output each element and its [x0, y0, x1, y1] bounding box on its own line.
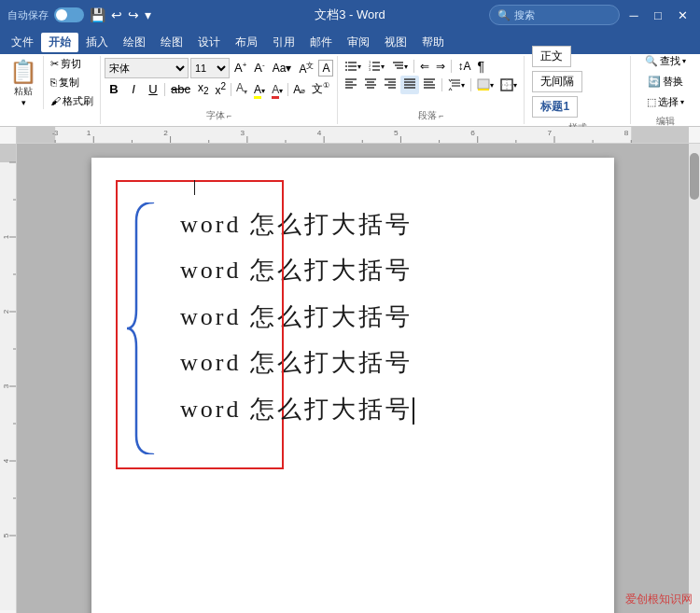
menu-help[interactable]: 帮助 [414, 33, 452, 52]
clipboard-group-inner: 📋 粘贴 ▾ ✂ 剪切 ⎘ 复制 🖌 格式刷 [4, 56, 96, 124]
border-dropdown-icon[interactable]: ▾ [513, 81, 517, 90]
minimize-button[interactable]: ─ [623, 5, 644, 25]
ruler-svg: 1 2 3 4 5 6 7 8 -3 [17, 127, 689, 143]
document-area: 1 2 3 4 5 6 7 8 -3 [0, 127, 700, 613]
highlight-button[interactable]: A▾ [251, 82, 268, 97]
align-right-button[interactable] [381, 76, 399, 94]
cut-label: 剪切 [61, 57, 81, 71]
copy-label: 复制 [59, 76, 79, 90]
line-spacing-dropdown-icon[interactable]: ▾ [461, 81, 465, 90]
menu-file[interactable]: 文件 [4, 33, 41, 52]
sort-button[interactable]: ↕A [455, 59, 473, 74]
menu-insert[interactable]: 插入 [78, 33, 116, 52]
numbering-button[interactable]: 123 ▾ [365, 59, 387, 74]
redo-icon[interactable]: ↪ [128, 7, 139, 22]
search-box[interactable]: 🔍 搜索 [489, 5, 620, 25]
cut-button[interactable]: ✂ 剪切 [48, 56, 96, 72]
align-justify-button[interactable] [400, 76, 419, 94]
restore-button[interactable]: □ [648, 5, 668, 25]
text-effect-button[interactable]: A▾ [233, 80, 250, 97]
shading-icon [477, 78, 490, 91]
paragraph-group-expand[interactable]: ⌐ [439, 111, 443, 120]
clear-format-button[interactable]: A⌀ [290, 82, 308, 97]
grow-font-button[interactable]: A+ [231, 60, 249, 76]
italic-button[interactable]: I [124, 81, 143, 97]
separator2 [231, 83, 231, 96]
menu-design[interactable]: 设计 [190, 33, 228, 52]
char-spacing-button[interactable]: A文 [296, 60, 316, 77]
indent-increase-button[interactable]: ⇒ [433, 59, 448, 74]
content-line-3: word 怎么打大括号 [180, 294, 577, 340]
menu-layout[interactable]: 布局 [228, 33, 265, 52]
vruler-svg: 1 2 3 4 5 [0, 144, 17, 610]
svg-rect-44 [17, 127, 55, 143]
autosave-toggle[interactable] [54, 7, 84, 22]
menu-mailings[interactable]: 邮件 [302, 33, 340, 52]
menu-home[interactable]: 开始 [41, 33, 78, 52]
font-name-select[interactable]: 宋体 [105, 58, 189, 78]
bullets-button[interactable]: ▾ [342, 59, 364, 74]
menu-references[interactable]: 引用 [265, 33, 302, 52]
char-border-button[interactable]: A [318, 60, 333, 77]
font-color-button[interactable]: A▾ [269, 82, 286, 97]
select-button[interactable]: ⬚选择▾ [640, 93, 691, 111]
align-left-button[interactable] [342, 76, 360, 94]
border-button[interactable]: ▾ [497, 77, 520, 92]
bullets-dropdown-icon[interactable]: ▾ [357, 63, 361, 71]
svg-rect-71 [0, 144, 17, 610]
menu-review[interactable]: 审阅 [340, 33, 377, 52]
font-group-expand[interactable]: ⌐ [227, 111, 231, 120]
underline-button[interactable]: U [144, 81, 162, 97]
style-heading1[interactable]: 标题1 [532, 96, 578, 118]
close-button[interactable]: ✕ [672, 5, 693, 25]
align-center-button[interactable] [361, 76, 380, 94]
menu-draw1[interactable]: 绘图 [116, 33, 153, 52]
superscript-button[interactable]: x2 [213, 80, 230, 98]
replace-button[interactable]: 🔄替换 [641, 73, 690, 91]
bold-button[interactable]: B [105, 81, 123, 97]
align-distributed-button[interactable] [420, 76, 439, 94]
search-icon: 🔍 [497, 9, 511, 21]
svg-text:7: 7 [548, 129, 553, 137]
format-painter-icon: 🖌 [50, 95, 61, 106]
paste-dropdown-icon[interactable]: ▾ [21, 98, 26, 107]
strikethrough-button[interactable]: abc [167, 81, 194, 97]
svg-text:2: 2 [163, 129, 168, 137]
shading-dropdown-icon[interactable]: ▾ [490, 81, 494, 90]
multilevel-icon [391, 60, 404, 73]
shading-button[interactable]: ▾ [474, 77, 497, 92]
phonetic-button[interactable]: 文① [309, 80, 332, 98]
undo-icon[interactable]: ↩ [111, 7, 122, 22]
para-row2: ▾ ▾ ▾ [342, 76, 520, 94]
font-size-select[interactable]: 11 [190, 58, 230, 78]
shrink-font-button[interactable]: A- [251, 60, 267, 76]
format-painter-button[interactable]: 🖌 格式刷 [48, 93, 96, 109]
indent-decrease-button[interactable]: ⇐ [417, 59, 432, 74]
show-hide-button[interactable]: ¶ [474, 58, 487, 75]
multilevel-dropdown-icon[interactable]: ▾ [404, 63, 408, 71]
change-case-button[interactable]: Aa▾ [270, 61, 295, 76]
line-spacing-button[interactable]: ▾ [445, 77, 468, 92]
numbering-dropdown-icon[interactable]: ▾ [381, 63, 385, 71]
menu-draw2[interactable]: 绘图 [153, 33, 190, 52]
content-line-4: word 怎么打大括号 [180, 340, 577, 385]
subscript-button[interactable]: x2 [195, 80, 212, 97]
style-normal[interactable]: 正文 [532, 46, 571, 67]
paste-button[interactable]: 📋 粘贴 ▾ [4, 56, 44, 109]
copy-button[interactable]: ⎘ 复制 [48, 75, 96, 91]
save-icon[interactable]: 💾 [90, 7, 105, 22]
style-noSpacing[interactable]: 无间隔 [532, 71, 582, 92]
multilevel-button[interactable]: ▾ [388, 59, 411, 74]
vertical-scrollbar[interactable] [689, 144, 700, 613]
find-button[interactable]: 🔍查找▾ [638, 52, 693, 70]
editing-group: 🔍查找▾ 🔄替换 ⬚选择▾ 编辑 [631, 56, 700, 124]
left-brace [123, 202, 159, 454]
page-scroll-area[interactable]: word 怎么打大括号 word 怎么打大括号 word 怎么打大括号 word… [17, 144, 689, 613]
menu-view[interactable]: 视图 [377, 33, 414, 52]
select-icon: ⬚ [647, 96, 656, 108]
scrollbar-thumb-v[interactable] [690, 153, 699, 200]
para-separator2 [451, 60, 452, 73]
customize-icon[interactable]: ▾ [145, 7, 151, 22]
format-painter-label: 格式刷 [63, 94, 93, 108]
svg-rect-72 [0, 144, 17, 162]
